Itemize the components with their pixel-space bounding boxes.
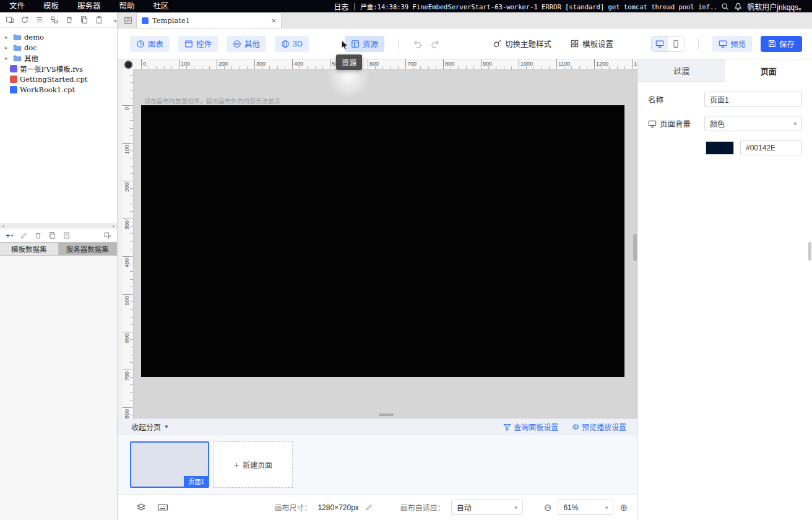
- dataset-tabs: 模板数据集 服务器数据集: [0, 242, 117, 256]
- tab-page[interactable]: 页面: [725, 59, 812, 82]
- insert-resource-button[interactable]: 资源: [345, 36, 384, 52]
- canvas-fit-select[interactable]: 自动 ▾: [451, 500, 523, 515]
- device-toggle: [651, 36, 685, 52]
- desktop-view-toggle[interactable]: [652, 37, 668, 51]
- canvas-vertical-scrollbar[interactable]: [633, 234, 637, 261]
- tree-folder-demo[interactable]: ▸ demo: [2, 32, 114, 42]
- delete-icon[interactable]: [65, 15, 74, 24]
- plus-icon: +: [234, 460, 239, 470]
- paste-dataset-icon[interactable]: [63, 232, 71, 240]
- file-tree: ▸ demo ▸ doc ▸ 其他 第一张FVS模板.fvs: [0, 28, 117, 223]
- switch-theme-button[interactable]: 切换主题样式: [493, 38, 551, 50]
- tree-file-workbook[interactable]: WorkBook1.cpt: [2, 84, 114, 95]
- tab-template1[interactable]: Template1 ×: [136, 12, 282, 28]
- color-hex-input[interactable]: [740, 140, 802, 155]
- h-ruler-label: 0: [143, 61, 146, 67]
- resource-icon: [351, 40, 360, 48]
- document-tabbar: Template1 ×: [118, 12, 812, 28]
- button-label: 新建页面: [243, 459, 272, 470]
- template-settings-button[interactable]: 模板设置: [570, 38, 613, 50]
- insert-widget-button[interactable]: 控件: [178, 36, 218, 52]
- preview-monitor-icon: [719, 40, 727, 48]
- design-canvas[interactable]: [141, 105, 624, 377]
- chevron-down-icon: ▾: [605, 505, 608, 511]
- menu-template[interactable]: 模板: [34, 0, 68, 12]
- tab-list-icon[interactable]: [124, 16, 132, 25]
- background-type-select[interactable]: 颜色 ▾: [704, 116, 802, 131]
- v-ruler-label: 200: [124, 183, 130, 192]
- new-page-button[interactable]: + 新建页面: [214, 441, 293, 488]
- refresh-icon[interactable]: [20, 15, 29, 24]
- canvas-horizontal-scrollbar[interactable]: [379, 414, 394, 416]
- layers-icon[interactable]: [136, 503, 146, 513]
- ruler-origin-icon[interactable]: [124, 61, 132, 69]
- canvas-size-label: 画布尺寸：: [274, 502, 311, 513]
- undo-icon[interactable]: [412, 39, 422, 49]
- caret-right-icon[interactable]: ▸: [5, 45, 11, 51]
- mobile-view-toggle[interactable]: [668, 37, 684, 51]
- search-icon[interactable]: [721, 2, 729, 11]
- phone-icon: [672, 40, 680, 48]
- gear-icon: ⚙: [572, 423, 579, 431]
- insert-other-button[interactable]: 其他: [227, 36, 266, 52]
- clipboard-icon[interactable]: [95, 15, 103, 24]
- panel-tabs: 过渡 页面: [638, 59, 812, 82]
- chevron-down-icon: ▾: [793, 121, 797, 127]
- v-ruler-label: 800: [124, 409, 130, 418]
- tree-file-gettingstarted[interactable]: GettingStarted.cpt: [2, 74, 114, 84]
- close-tab-icon[interactable]: ×: [271, 17, 276, 25]
- add-dataset-button[interactable]: +▾: [6, 231, 14, 240]
- h-ruler-label: 800: [445, 61, 454, 67]
- zoom-out-icon[interactable]: ⊖: [544, 503, 552, 512]
- collapse-sidebar-icon[interactable]: ◂: [113, 17, 116, 24]
- tab-transition[interactable]: 过渡: [638, 59, 725, 82]
- preview-play-settings-button[interactable]: ⚙ 预览播放设置: [572, 422, 626, 432]
- bell-icon[interactable]: [734, 2, 742, 11]
- query-panel-settings-button[interactable]: 查询面板设置: [503, 422, 558, 432]
- save-button[interactable]: 保存: [761, 36, 802, 52]
- tab-template-dataset[interactable]: 模板数据集: [0, 242, 59, 256]
- menu-server[interactable]: 服务器: [68, 0, 110, 12]
- page-thumbnails: 页面1 + 新建页面: [118, 435, 637, 494]
- edit-dataset-icon[interactable]: [20, 232, 28, 240]
- file-name: 第一张FVS模板.fvs: [20, 64, 83, 74]
- tree-file-fvs[interactable]: 第一张FVS模板.fvs: [2, 63, 114, 74]
- edit-size-icon[interactable]: [365, 503, 373, 511]
- preview-button[interactable]: 预览: [712, 36, 752, 52]
- zoom-level-select[interactable]: 61% ▾: [558, 500, 613, 515]
- tab-server-dataset[interactable]: 服务器数据集: [59, 242, 118, 256]
- keyboard-shortcuts-icon[interactable]: [157, 503, 168, 512]
- button-label: 预览: [730, 38, 746, 50]
- batch-edit-icon[interactable]: [103, 232, 111, 240]
- collapse-pages-button[interactable]: 收起分页 ▼: [131, 422, 169, 432]
- page1-thumbnail[interactable]: 页面1: [130, 441, 209, 488]
- page-name-input[interactable]: [704, 92, 802, 107]
- redo-icon[interactable]: [431, 39, 441, 49]
- copy-icon[interactable]: [80, 15, 89, 24]
- insert-chart-button[interactable]: 图表: [130, 36, 170, 52]
- user-account[interactable]: 帆软用户jnkqqs。: [747, 1, 806, 12]
- insert-3d-button[interactable]: 3D: [275, 36, 309, 52]
- splitter-handle-icon: ▴: [113, 224, 114, 228]
- file-name: WorkBook1.cpt: [20, 85, 75, 94]
- log-label[interactable]: 日志: [334, 1, 348, 12]
- manage-files-icon[interactable]: [50, 15, 59, 24]
- tree-splitter[interactable]: ▴ ▴: [0, 223, 117, 228]
- tree-folder-other[interactable]: ▸ 其他: [2, 53, 114, 63]
- ruler-corner: [123, 59, 134, 70]
- caret-right-icon[interactable]: ▸: [5, 34, 11, 40]
- new-window-icon[interactable]: [6, 15, 14, 24]
- copy-dataset-icon[interactable]: [48, 232, 56, 240]
- menu-community[interactable]: 社区: [144, 0, 178, 12]
- v-ruler-label: 0: [124, 107, 130, 110]
- delete-dataset-icon[interactable]: [34, 232, 42, 240]
- color-swatch[interactable]: [706, 141, 734, 155]
- grid-settings-icon: [570, 39, 579, 48]
- directory-view-icon[interactable]: [35, 15, 44, 24]
- tree-folder-doc[interactable]: ▸ doc: [2, 42, 114, 53]
- zoom-in-icon[interactable]: ⊕: [620, 503, 628, 512]
- menu-file[interactable]: 文件: [0, 0, 34, 12]
- caret-right-icon[interactable]: ▸: [5, 55, 11, 61]
- panel-scrollbar[interactable]: [808, 242, 811, 261]
- menu-help[interactable]: 帮助: [110, 0, 144, 12]
